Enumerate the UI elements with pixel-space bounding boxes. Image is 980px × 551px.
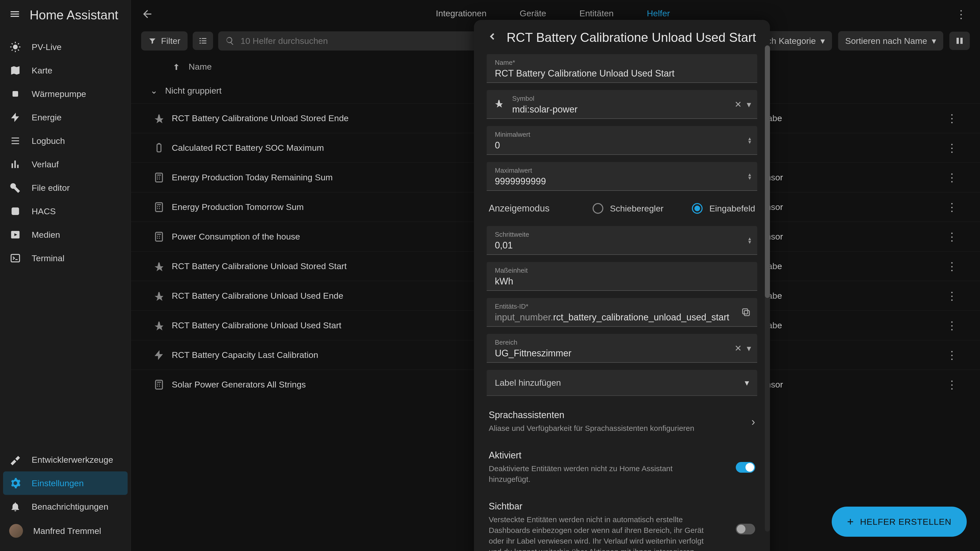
field-label: Schrittweite: [495, 230, 749, 238]
sidebar-nav: PV-Live Karte Wärmepumpe Energie Logbuch…: [0, 31, 130, 448]
unit-field[interactable]: Maßeinheit kWh: [487, 262, 757, 291]
row-icon: [146, 201, 172, 213]
sidebar-item-verlauf[interactable]: Verlauf: [0, 152, 130, 176]
sidebar-item-label: Terminal: [32, 253, 64, 263]
row-overflow-menu[interactable]: ⋮: [939, 289, 965, 302]
sun-icon: [9, 41, 21, 53]
back-button[interactable]: [141, 8, 153, 20]
row-overflow-menu[interactable]: ⋮: [939, 260, 965, 273]
sidebar: Home Assistant PV-Live Karte Wärmepumpe …: [0, 0, 131, 551]
visible-title: Sichtbar: [489, 501, 736, 512]
svg-point-0: [13, 44, 18, 49]
spinner-icon[interactable]: ▴▾: [748, 137, 751, 144]
sidebar-item-waermepumpe[interactable]: Wärmepumpe: [0, 82, 130, 106]
visible-sub: Versteckte Entitäten werden nicht in aut…: [489, 514, 713, 551]
menu-icon[interactable]: [9, 8, 21, 22]
row-overflow-menu[interactable]: ⋮: [939, 112, 965, 125]
sidebar-item-settings[interactable]: Einstellungen: [3, 472, 127, 495]
sidebar-item-developer[interactable]: Entwicklerwerkzeuge: [0, 448, 130, 472]
voice-assistants-row[interactable]: Sprachassistenten Aliase und Verfügbarke…: [487, 403, 757, 436]
svg-rect-4: [11, 254, 20, 262]
sidebar-item-medien[interactable]: Medien: [0, 223, 130, 246]
enabled-row: Aktiviert Deaktivierte Entitäten werden …: [487, 443, 757, 487]
bell-icon: [9, 500, 21, 513]
row-overflow-menu[interactable]: ⋮: [939, 348, 965, 362]
radio-slider[interactable]: Schieberegler: [586, 203, 670, 214]
sidebar-item-pvlive[interactable]: PV-Live: [0, 35, 130, 59]
create-helper-button[interactable]: + HELFER ERSTELLEN: [832, 507, 967, 537]
column-name[interactable]: Name: [189, 62, 212, 72]
row-overflow-menu[interactable]: ⋮: [939, 141, 965, 154]
sidebar-item-karte[interactable]: Karte: [0, 59, 130, 82]
area-field[interactable]: Bereich UG_Fittneszimmer ✕ ▾: [487, 334, 757, 363]
terminal-icon: [9, 252, 21, 264]
sidebar-item-label: Entwicklerwerkzeuge: [32, 455, 113, 465]
row-overflow-menu[interactable]: ⋮: [939, 378, 965, 391]
chip-icon: [9, 88, 21, 100]
chevron-right-icon: ›: [751, 415, 755, 428]
customize-columns-button[interactable]: [950, 32, 970, 50]
svg-rect-7: [157, 144, 161, 152]
radio-label: Schieberegler: [610, 203, 663, 213]
filter-label: Filter: [161, 36, 180, 46]
visible-toggle[interactable]: [736, 524, 755, 534]
add-label-text: Label hinzufügen: [495, 378, 561, 388]
overflow-menu[interactable]: ⋮: [953, 8, 970, 21]
sidebar-item-label: Einstellungen: [32, 478, 84, 488]
clear-icon[interactable]: ✕: [735, 343, 741, 353]
row-name: RCT Battery Capacity Last Calibration: [172, 350, 526, 360]
clear-icon[interactable]: ✕: [735, 99, 741, 110]
sidebar-item-energie[interactable]: Energie: [0, 106, 130, 129]
row-overflow-menu[interactable]: ⋮: [939, 319, 965, 332]
sidebar-item-hacs[interactable]: HACS: [0, 200, 130, 223]
row-overflow-menu[interactable]: ⋮: [939, 171, 965, 184]
sidebar-item-terminal[interactable]: Terminal: [0, 246, 130, 270]
sidebar-item-label: Energie: [32, 113, 62, 122]
max-field[interactable]: Maximalwert 9999999999 ▴▾: [487, 162, 757, 191]
field-label: Name*: [495, 59, 749, 67]
sidebar-item-logbuch[interactable]: Logbuch: [0, 129, 130, 152]
dialog-back-button[interactable]: [487, 31, 498, 44]
sidebar-item-label: Wärmepumpe: [32, 89, 86, 99]
enabled-title: Aktiviert: [489, 450, 736, 461]
chevron-down-icon[interactable]: ▾: [747, 343, 751, 353]
name-field[interactable]: Name* RCT Battery Calibratione Unload Us…: [487, 54, 757, 83]
sidebar-item-user[interactable]: Manfred Tremmel: [0, 518, 130, 543]
spinner-icon[interactable]: ▴▾: [748, 237, 751, 244]
sidebar-item-label: PV-Live: [32, 42, 62, 52]
sidebar-item-notifications[interactable]: Benachrichtigungen: [0, 495, 130, 518]
scrollbar-thumb[interactable]: [765, 45, 770, 298]
sidebar-item-label: Medien: [32, 230, 60, 240]
chevron-down-icon: ▾: [745, 378, 749, 388]
filter-button[interactable]: Filter: [141, 32, 188, 51]
row-icon: [146, 379, 172, 391]
add-label-dropdown[interactable]: Label hinzufügen ▾: [487, 370, 757, 396]
solar-icon: [494, 98, 504, 110]
row-icon: [146, 320, 172, 331]
radio-input[interactable]: Eingabefeld: [670, 203, 755, 214]
enabled-toggle[interactable]: [736, 462, 755, 473]
spinner-icon[interactable]: ▴▾: [748, 173, 751, 180]
plus-icon: +: [847, 515, 854, 528]
map-icon: [9, 64, 21, 76]
copy-button[interactable]: [741, 307, 751, 318]
row-icon: [146, 231, 172, 243]
entity-id-field[interactable]: Entitäts-ID* input_number.rct_battery_ca…: [487, 298, 757, 327]
sort-asc-icon[interactable]: [172, 62, 181, 71]
min-field[interactable]: Minimalwert 0 ▴▾: [487, 126, 757, 155]
fab-label: HELFER ERSTELLEN: [860, 517, 951, 527]
sort-by-button[interactable]: Sortieren nach Name ▾: [838, 31, 943, 51]
symbol-field[interactable]: Symbol mdi:solar-power ✕ ▾: [487, 90, 757, 119]
row-name: RCT Battery Calibratione Unload Stored E…: [172, 113, 526, 123]
step-field[interactable]: Schrittweite 0,01 ▴▾: [487, 226, 757, 255]
chevron-down-icon[interactable]: ▾: [747, 99, 751, 110]
row-name: RCT Battery Calibratione Unload Stored S…: [172, 261, 526, 271]
row-name: Energy Production Tomorrow Sum: [172, 202, 526, 212]
sidebar-item-fileeditor[interactable]: File editor: [0, 176, 130, 200]
row-name: Calculated RCT Battery SOC Maximum: [172, 143, 526, 153]
row-icon: [146, 290, 172, 302]
row-overflow-menu[interactable]: ⋮: [939, 200, 965, 213]
multiselect-button[interactable]: [192, 32, 213, 50]
entity-suffix: rct_battery_calibratione_unload_used_sta…: [553, 312, 729, 322]
row-overflow-menu[interactable]: ⋮: [939, 230, 965, 243]
